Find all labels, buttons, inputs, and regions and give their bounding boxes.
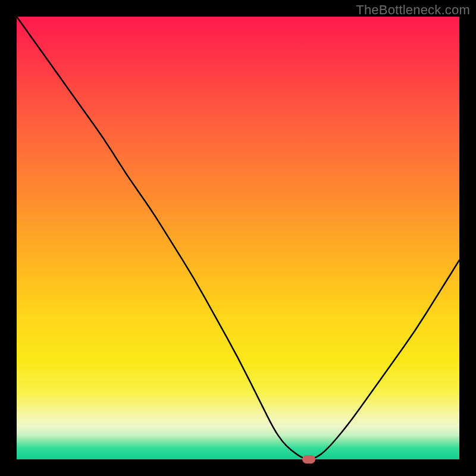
optimal-point-marker — [302, 455, 315, 464]
chart-svg — [17, 17, 459, 459]
plot-area — [17, 17, 459, 459]
bottleneck-curve — [17, 17, 459, 459]
watermark-text: TheBottleneck.com — [356, 2, 470, 18]
chart-frame: TheBottleneck.com — [0, 0, 476, 476]
